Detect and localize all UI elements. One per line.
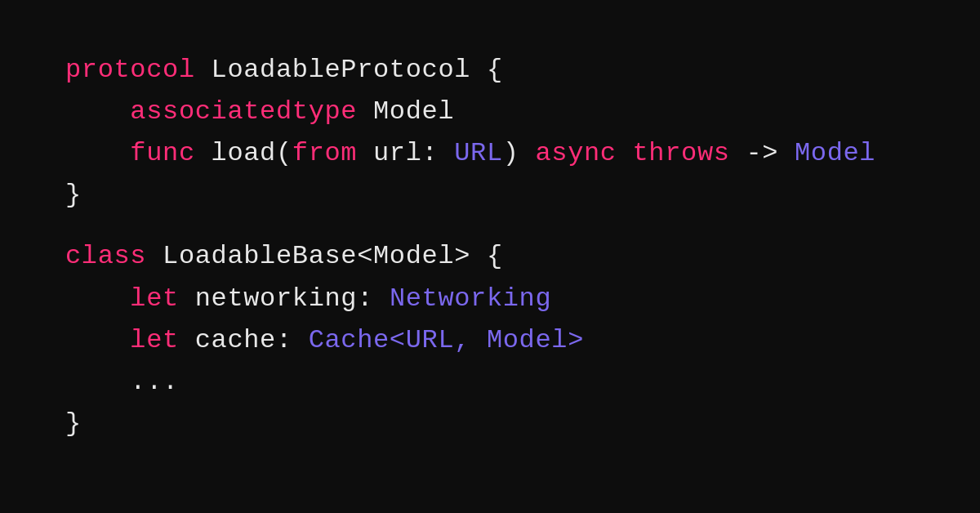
keyword-class: class xyxy=(65,241,146,271)
keyword-let-cache: let xyxy=(65,325,179,355)
arrow: -> xyxy=(730,138,795,168)
keyword-func: func xyxy=(65,138,195,168)
type-networking: Networking xyxy=(390,283,551,314)
param-url: url: xyxy=(357,138,454,168)
class-block: class LoadableBase<Model> { let networki… xyxy=(65,235,875,444)
type-cache: Cache<URL, Model> xyxy=(309,325,584,355)
class-name: LoadableBase<Model> { xyxy=(146,241,503,271)
paren-close: ) xyxy=(503,138,536,168)
class-line-4: ... xyxy=(65,361,875,403)
protocol-line-2: associatedtype Model xyxy=(65,91,875,132)
return-type-model: Model xyxy=(795,138,875,168)
class-line-3: let cache: Cache<URL, Model> xyxy=(65,319,875,361)
code-container: protocol LoadableProtocol { associatedty… xyxy=(0,0,941,513)
protocol-name: LoadableProtocol { xyxy=(195,55,503,85)
keyword-async: async xyxy=(535,138,616,168)
protocol-line-1: protocol LoadableProtocol { xyxy=(65,49,875,91)
protocol-block: protocol LoadableProtocol { associatedty… xyxy=(65,49,875,216)
protocol-line-3: func load(from url: URL) async throws ->… xyxy=(65,132,875,174)
class-close-brace: } xyxy=(65,403,875,444)
close-brace-1: } xyxy=(65,180,82,210)
func-load: load( xyxy=(195,138,292,168)
type-url: URL xyxy=(454,138,503,168)
keyword-let-networking: let xyxy=(65,283,179,314)
var-cache: cache: xyxy=(179,325,309,355)
ellipsis: ... xyxy=(65,367,179,397)
class-line-2: let networking: Networking xyxy=(65,278,875,319)
space xyxy=(617,138,633,168)
assoc-type-name: Model xyxy=(357,96,454,127)
keyword-from: from xyxy=(292,138,357,168)
close-brace-2: } xyxy=(65,408,82,439)
keyword-protocol: protocol xyxy=(65,55,195,85)
protocol-close-brace: } xyxy=(65,174,875,216)
keyword-associatedtype: associatedtype xyxy=(65,96,357,127)
var-networking: networking: xyxy=(179,283,390,314)
keyword-throws: throws xyxy=(633,138,730,168)
class-line-1: class LoadableBase<Model> { xyxy=(65,235,875,277)
